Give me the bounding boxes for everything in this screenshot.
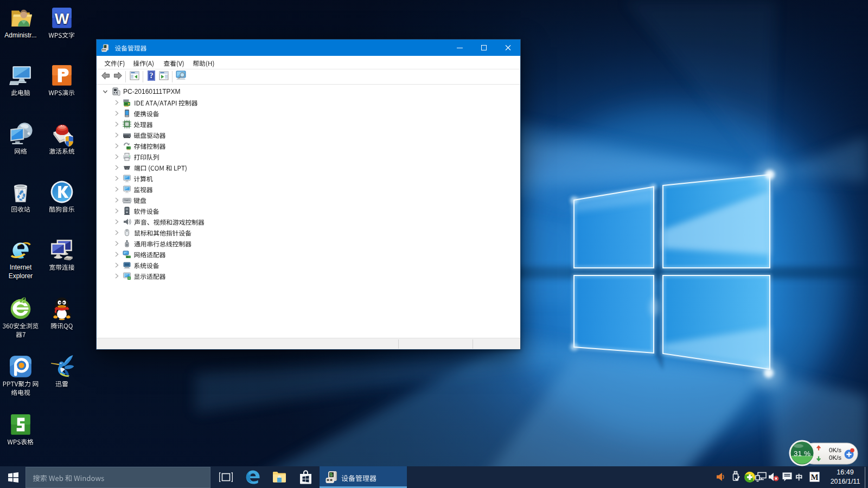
svg-text:?: ? bbox=[150, 72, 154, 80]
svg-text:W: W bbox=[55, 10, 69, 28]
svg-text:0K/s: 0K/s bbox=[829, 454, 841, 461]
svg-text:31 %: 31 % bbox=[794, 450, 810, 458]
svg-text:M: M bbox=[810, 473, 818, 481]
svg-text:0K/s: 0K/s bbox=[829, 447, 841, 453]
